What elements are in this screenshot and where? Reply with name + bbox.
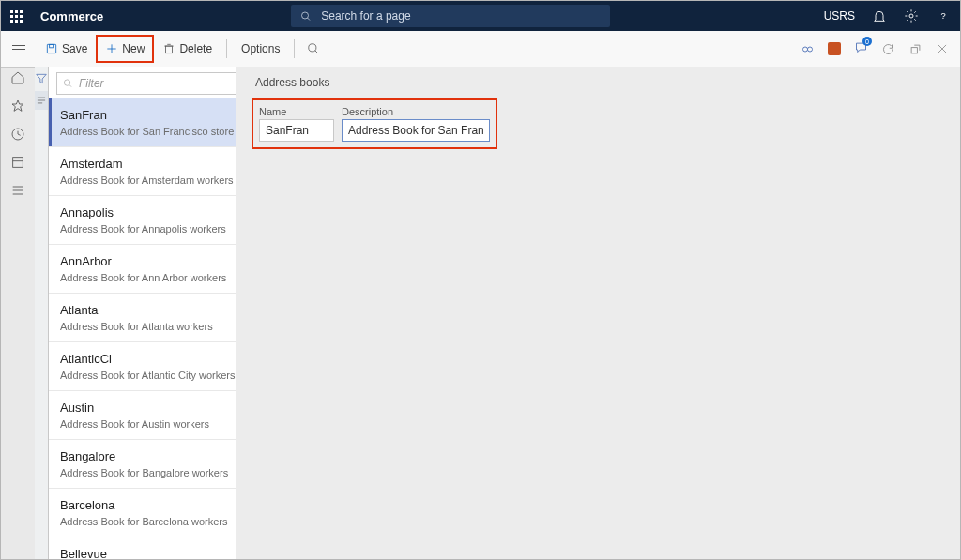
list-item-desc: Address Book for Barcelona workers — [60, 516, 262, 527]
description-field: Description — [342, 106, 490, 142]
list-strip — [35, 67, 49, 559]
svg-rect-6 — [50, 44, 54, 48]
list-item-desc: Address Book for San Francisco store wor… — [60, 126, 262, 137]
options-button[interactable]: Options — [233, 36, 288, 62]
svg-rect-21 — [13, 158, 23, 168]
list-item-name: Amsterdam — [60, 157, 262, 171]
favorite-icon[interactable] — [10, 98, 25, 114]
svg-rect-5 — [47, 44, 55, 53]
list-item-name: Bellevue — [60, 547, 262, 559]
messages-count-badge: 0 — [862, 37, 872, 46]
global-search[interactable] — [291, 5, 610, 27]
toolbar-search-button[interactable] — [300, 36, 327, 62]
global-header: Commerce USRS ? — [1, 1, 960, 31]
search-icon — [300, 10, 312, 23]
svg-rect-9 — [166, 46, 173, 53]
options-button-label: Options — [241, 42, 280, 55]
svg-text:?: ? — [940, 11, 945, 21]
filter-funnel-icon[interactable] — [35, 72, 48, 85]
help-icon[interactable]: ? — [936, 8, 951, 23]
popout-icon[interactable] — [908, 42, 923, 56]
app-launcher-icon[interactable] — [10, 10, 25, 23]
svg-point-30 — [64, 80, 69, 85]
list-item-name: Atlanta — [60, 303, 262, 317]
search-icon — [63, 78, 73, 89]
fields-callout: Name Description — [252, 98, 497, 149]
toolbar-separator — [294, 39, 295, 58]
save-button[interactable]: Save — [37, 36, 96, 62]
list-item-name: Barcelona — [60, 498, 262, 512]
list-item-desc: Address Book for Austin workers — [60, 418, 262, 430]
user-label[interactable]: USRS — [824, 9, 855, 23]
toolbar-separator — [226, 39, 227, 58]
list-item-name: AtlanticCi — [60, 352, 262, 366]
svg-point-2 — [909, 14, 913, 18]
related-info-icon[interactable] — [35, 91, 48, 110]
name-field-label: Name — [259, 106, 334, 117]
list-item-name: Annapolis — [60, 205, 262, 219]
list-filter-input[interactable] — [77, 76, 257, 91]
new-button[interactable]: New — [96, 35, 154, 63]
svg-point-12 — [309, 44, 316, 52]
header-actions: USRS ? — [824, 8, 951, 23]
description-field-label: Description — [342, 106, 490, 117]
gear-icon[interactable] — [904, 8, 919, 23]
recent-icon[interactable] — [10, 127, 25, 142]
list-item-desc: Address Book for Atlantic City workers — [60, 370, 262, 381]
list-item-name: SanFran — [60, 108, 262, 122]
list-item-desc: Address Book for Ann Arbor workers — [60, 272, 262, 283]
save-button-label: Save — [62, 42, 87, 55]
delete-button-label: Delete — [179, 42, 212, 55]
messages-button[interactable]: 0 — [854, 40, 868, 57]
form-area: Address books Name Description — [236, 67, 960, 559]
link-icon[interactable] — [801, 42, 815, 56]
svg-line-13 — [315, 51, 318, 53]
refresh-icon[interactable] — [881, 42, 895, 56]
office-icon[interactable] — [828, 42, 841, 55]
list-item-name: Austin — [60, 401, 262, 415]
list-item-desc: Address Book for Annapolis workers — [60, 223, 262, 235]
svg-point-0 — [302, 11, 309, 18]
svg-marker-26 — [37, 74, 47, 83]
form-title: Address books — [255, 76, 945, 89]
list-panel: SanFranAddress Book for San Francisco st… — [35, 67, 236, 559]
action-toolbar: Save New Delete Options 0 — [1, 31, 960, 68]
modules-icon[interactable] — [10, 183, 25, 198]
new-button-label: New — [122, 42, 145, 55]
delete-button[interactable]: Delete — [154, 36, 221, 62]
svg-point-14 — [803, 47, 808, 52]
menu-toggle-icon[interactable] — [7, 45, 31, 53]
list-item-desc: Address Book for Amsterdam workers — [60, 174, 262, 186]
name-field: Name — [259, 106, 334, 142]
list-item-name: Bangalore — [60, 449, 262, 463]
svg-line-1 — [308, 18, 311, 21]
svg-line-31 — [69, 84, 71, 86]
global-search-input[interactable] — [319, 8, 601, 23]
close-icon[interactable] — [936, 42, 949, 55]
name-input[interactable] — [259, 119, 334, 142]
list-filter-box[interactable] — [56, 72, 264, 95]
list-item-desc: Address Book for Atlanta workers — [60, 321, 262, 332]
description-input[interactable] — [342, 119, 490, 142]
svg-rect-16 — [911, 47, 917, 53]
workspaces-icon[interactable] — [10, 155, 25, 170]
svg-point-15 — [808, 47, 813, 52]
nav-rail — [1, 67, 35, 198]
home-icon[interactable] — [10, 70, 25, 85]
svg-marker-19 — [12, 100, 23, 111]
app-title: Commerce — [40, 9, 103, 23]
list-item-name: AnnArbor — [60, 254, 262, 268]
list-item-desc: Address Book for Bangalore workers — [60, 467, 262, 478]
bell-icon[interactable] — [872, 8, 887, 23]
